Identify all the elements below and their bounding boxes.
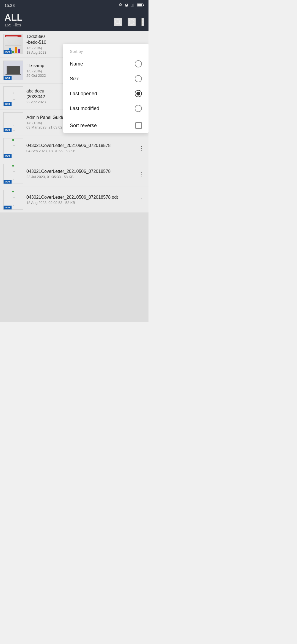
sort-radio-name[interactable] — [135, 60, 142, 67]
sort-radio-size[interactable] — [135, 75, 142, 82]
sort-by-title: Sort by — [63, 44, 148, 56]
sort-radio-last-opened[interactable] — [135, 90, 142, 97]
sort-option-last-modified-label: Last modified — [70, 106, 99, 111]
sort-option-last-opened-label: Last opened — [70, 91, 97, 97]
sort-option-size-label: Size — [70, 76, 79, 82]
sort-reverse-option[interactable]: Sort reverse — [63, 118, 148, 133]
sort-radio-inner-fill — [136, 92, 140, 95]
sort-option-last-modified[interactable]: Last modified — [63, 101, 148, 116]
sort-dropdown: Sort by Name Size Last opened Last modif… — [63, 44, 148, 133]
sort-reverse-checkbox[interactable] — [135, 122, 142, 129]
sort-option-name[interactable]: Name — [63, 56, 148, 71]
sort-option-size[interactable]: Size — [63, 71, 148, 86]
sort-option-last-opened[interactable]: Last opened — [63, 86, 148, 101]
sort-radio-last-modified[interactable] — [135, 105, 142, 112]
sort-option-name-label: Name — [70, 61, 83, 67]
sort-divider — [63, 117, 148, 117]
sort-reverse-label: Sort reverse — [70, 123, 97, 129]
